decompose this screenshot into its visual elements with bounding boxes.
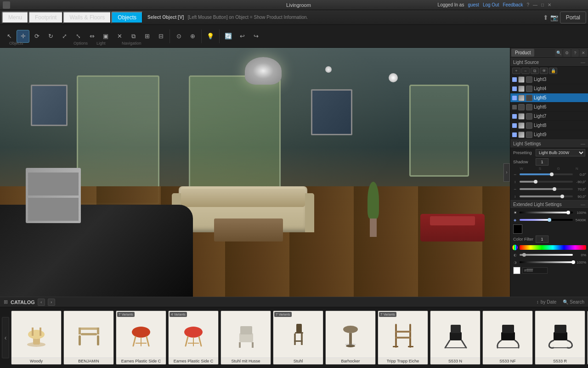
- footprint-button[interactable]: Footprint: [28, 12, 63, 23]
- color-square-row: [510, 224, 588, 235]
- saturation-row: ◐ 0%: [510, 251, 588, 259]
- light-item-7[interactable]: Light7: [510, 112, 588, 121]
- color-preview-white[interactable]: [513, 267, 520, 274]
- saturation-track[interactable]: [520, 254, 573, 256]
- objects-button[interactable]: Objects: [111, 12, 143, 23]
- panel-icon-1[interactable]: 🔍: [555, 49, 562, 57]
- light4-toggle[interactable]: [512, 86, 517, 91]
- light3-toggle[interactable]: [512, 77, 517, 82]
- light-item-9[interactable]: Light9: [510, 130, 588, 139]
- slider-g-fill: [520, 188, 554, 190]
- catalog-item-woody[interactable]: Woody: [11, 310, 62, 365]
- catalog-prev-folder[interactable]: ‹: [38, 299, 45, 306]
- panel-icon-3[interactable]: ?: [571, 49, 579, 57]
- nav-2-btn[interactable]: ↩: [236, 30, 249, 43]
- menu-button[interactable]: Menu: [2, 12, 28, 23]
- catalog-item-stuhl-husse[interactable]: Stuhl mit Husse: [220, 310, 271, 365]
- camera-icon[interactable]: 📷: [550, 14, 558, 21]
- extended-light-collapse[interactable]: —: [581, 202, 585, 207]
- wall-art2-image: [312, 91, 351, 134]
- rotate-z-btn[interactable]: ⤢: [58, 30, 71, 43]
- ls-remove-btn[interactable]: −: [521, 68, 530, 74]
- woody-svg: [22, 319, 51, 349]
- hex-input[interactable]: [522, 267, 548, 274]
- sort-label: by Date: [541, 299, 556, 305]
- brightness-track[interactable]: [520, 212, 573, 213]
- light-item-8[interactable]: Light8: [510, 121, 588, 130]
- share-icon[interactable]: ⬆: [543, 14, 548, 21]
- ls-add-btn[interactable]: +: [512, 68, 520, 74]
- light-btn[interactable]: 💡: [204, 30, 217, 43]
- light5-toggle[interactable]: [512, 96, 517, 100]
- catalog-sort[interactable]: ↕ by Date: [537, 299, 556, 305]
- light-item-6[interactable]: Light6: [510, 103, 588, 112]
- collapse-panel-btn[interactable]: ›: [503, 163, 510, 182]
- panel-icon-2[interactable]: ⚙: [563, 49, 571, 57]
- light9-toggle[interactable]: [512, 132, 517, 137]
- rotate-x-btn[interactable]: ⟳: [30, 30, 43, 43]
- light9-label: Light9: [534, 132, 546, 137]
- light6-preview: [526, 104, 532, 110]
- catalog-item-s533r[interactable]: S533 R: [535, 310, 585, 365]
- panel-icon-close[interactable]: ✕: [580, 49, 587, 57]
- light-item-5[interactable]: Light5: [510, 93, 588, 103]
- slider-n-track[interactable]: [520, 196, 573, 197]
- svg-rect-26: [296, 324, 302, 333]
- close-btn[interactable]: ✕: [548, 2, 551, 7]
- light-item-3[interactable]: Light3: [510, 75, 588, 84]
- slider-g-track[interactable]: [520, 188, 573, 190]
- light-item-4[interactable]: Light4: [510, 84, 588, 93]
- light-source-collapse[interactable]: —: [581, 60, 585, 65]
- catalog-search[interactable]: 🔍 Search: [563, 299, 584, 305]
- catalog-item-s533nf[interactable]: S533 NF: [482, 310, 533, 365]
- catalog-next-folder[interactable]: ›: [48, 299, 55, 306]
- walls-floors-button[interactable]: Walls & Floors: [63, 12, 111, 23]
- catalog-item-benjamin[interactable]: BENJAMIN: [63, 310, 114, 365]
- rotate-y-btn[interactable]: ↻: [44, 30, 57, 43]
- product-tab[interactable]: Product: [511, 49, 534, 57]
- slider-s-icon: ↕: [512, 179, 518, 184]
- catalog-scroll-left[interactable]: ‹: [2, 317, 9, 358]
- shadow-input[interactable]: [536, 158, 548, 166]
- light8-toggle[interactable]: [512, 123, 517, 128]
- catalog-item-stuhl[interactable]: 7 Variants Stuhl: [273, 310, 323, 365]
- slider-w-track[interactable]: [520, 173, 573, 175]
- catalog-item-s533n[interactable]: S533 N: [430, 310, 481, 365]
- catalog-item-eames1[interactable]: 7 Variants Eames Plastic Side C: [116, 310, 166, 365]
- colortemp-track[interactable]: [520, 219, 573, 221]
- nav-1-btn[interactable]: 🔄: [222, 30, 235, 43]
- minimize-btn[interactable]: —: [533, 2, 537, 7]
- logout-btn[interactable]: Log Out: [483, 2, 499, 7]
- panel-tab-icons: 🔍 ⚙ ? ✕: [555, 49, 587, 57]
- light-source-section-header: Light Source —: [510, 58, 588, 67]
- light7-toggle[interactable]: [512, 114, 517, 119]
- align-btn[interactable]: ⊞: [141, 30, 153, 43]
- maximize-btn[interactable]: □: [541, 2, 544, 7]
- light6-toggle[interactable]: [512, 105, 517, 109]
- catalog-item-tripp[interactable]: 7 Variants Tripp Trapp Eiche: [378, 310, 428, 365]
- search-icon: 🔍: [563, 299, 568, 305]
- viewport[interactable]: ›: [0, 48, 510, 297]
- white-track[interactable]: [520, 261, 573, 263]
- snap-btn[interactable]: ⊟: [154, 30, 167, 43]
- color-square-black[interactable]: [513, 224, 522, 234]
- catalog-item-barhocker[interactable]: Barhocker: [325, 310, 376, 365]
- help-btn[interactable]: ?: [526, 2, 529, 7]
- option-1-btn[interactable]: ⊙: [172, 30, 185, 43]
- svg-rect-29: [294, 340, 303, 342]
- option-2-btn[interactable]: ⊕: [186, 30, 199, 43]
- ls-eye-btn[interactable]: 👁: [540, 68, 548, 74]
- nav-3-btn[interactable]: ↪: [249, 30, 262, 43]
- ls-dup-btn[interactable]: ⧉: [531, 68, 539, 74]
- ls-lock-btn[interactable]: 🔒: [549, 68, 557, 74]
- feedback-btn[interactable]: Feedback: [503, 2, 523, 7]
- rainbow-track[interactable]: [520, 245, 586, 250]
- portal-button[interactable]: Portal: [560, 12, 586, 23]
- light-settings-collapse[interactable]: —: [581, 141, 585, 146]
- slider-s-track[interactable]: [520, 181, 573, 183]
- color-filter-input[interactable]: [536, 236, 548, 243]
- sphere-light-1: [389, 73, 398, 82]
- catalog-item-eames2[interactable]: 4 Variants Eames Plastic Side C: [168, 310, 219, 365]
- colortemp-row: ◈ 5400K: [510, 216, 588, 224]
- presetting-select[interactable]: Light Bulb 200W: [536, 149, 585, 156]
